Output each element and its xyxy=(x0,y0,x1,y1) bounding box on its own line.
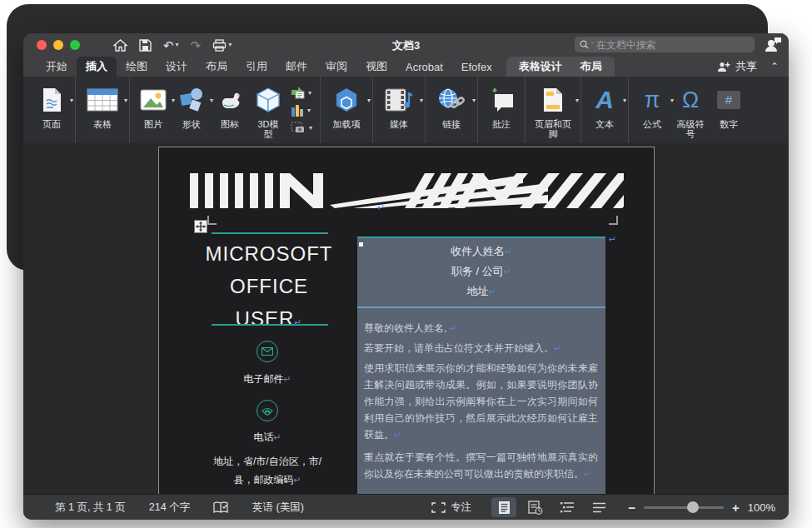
pictures-button[interactable]: ▾ 图片 xyxy=(137,82,169,129)
header-footer-button[interactable]: ▾ 页眉和页脚 xyxy=(533,82,573,139)
redo-icon[interactable]: ↷ xyxy=(191,39,202,52)
close-window-button[interactable] xyxy=(37,40,47,50)
table-caret-icon[interactable]: ▾ xyxy=(124,97,127,104)
share-button[interactable]: 共享 xyxy=(717,59,757,74)
text-caret-icon[interactable]: ▾ xyxy=(623,97,626,104)
header-footer-label: 页眉和页脚 xyxy=(533,119,573,139)
save-icon[interactable] xyxy=(139,39,152,52)
tab-layout[interactable]: 布局 xyxy=(197,57,237,77)
search-box[interactable]: ˇ xyxy=(575,37,755,52)
web-layout-view-button[interactable] xyxy=(523,497,548,517)
number-button[interactable]: # 数字 xyxy=(713,82,745,129)
3d-models-label: 3D模型 xyxy=(253,119,283,139)
address-block[interactable]: 地址，省/市/自治区，市/ 县，邮政编码↵ xyxy=(205,452,330,489)
shapes-button[interactable]: ▾ 形状 xyxy=(176,82,207,129)
phone-label[interactable]: 电话↵ xyxy=(217,431,317,445)
chart-caret-icon[interactable]: ▾ xyxy=(307,107,311,114)
minimize-window-button[interactable] xyxy=(53,40,63,50)
tab-home[interactable]: 开始 xyxy=(37,57,77,77)
screenshot-button[interactable]: ▾ xyxy=(291,121,312,134)
comment-label: 批注 xyxy=(492,119,511,129)
language-indicator[interactable]: 英语 (美国) xyxy=(252,501,304,515)
number-label: 数字 xyxy=(720,119,738,129)
cell-selection-marker xyxy=(359,242,363,247)
pictures-caret-icon[interactable]: ▾ xyxy=(172,97,175,104)
addins-icon xyxy=(333,82,360,118)
letter-body[interactable]: 尊敬的收件人姓名, ↵ 若要开始，请单击占位符文本并开始键入。↵ 使用求职信来展… xyxy=(357,308,605,494)
tab-review[interactable]: 审阅 xyxy=(316,57,356,77)
tab-table-layout[interactable]: 布局 xyxy=(571,57,611,77)
tab-efofex[interactable]: Efofex xyxy=(452,57,501,77)
tab-view[interactable]: 视图 xyxy=(356,57,396,77)
screenshot-icon xyxy=(291,122,306,133)
equation-caret-icon[interactable]: ▾ xyxy=(670,97,674,104)
cell-top-rule xyxy=(357,237,605,238)
tab-acrobat[interactable]: Acrobat xyxy=(396,57,452,77)
equation-label: 公式 xyxy=(643,119,661,129)
tab-references[interactable]: 引用 xyxy=(237,57,276,77)
zoom-slider-thumb[interactable] xyxy=(687,501,699,513)
undo-caret-icon[interactable]: ▾ xyxy=(176,42,179,48)
chart-button[interactable]: ▾ xyxy=(291,103,312,117)
tab-draw[interactable]: 绘图 xyxy=(117,57,157,77)
comment-button[interactable]: 批注 xyxy=(486,82,517,129)
addins-button[interactable]: ▾ 加载项 xyxy=(328,82,365,129)
smartart-caret-icon[interactable]: ▾ xyxy=(308,89,311,97)
zoom-window-button[interactable] xyxy=(70,40,80,50)
tab-insert[interactable]: 插入 xyxy=(77,57,117,77)
media-caret-icon[interactable]: ▾ xyxy=(420,97,423,104)
header-footer-caret-icon[interactable]: ▾ xyxy=(575,97,579,104)
focus-mode-button[interactable]: 专注 xyxy=(431,501,471,515)
proofing-icon[interactable] xyxy=(213,501,229,514)
equation-button[interactable]: π ▾ 公式 xyxy=(636,82,668,129)
text-a-icon: A xyxy=(595,82,614,118)
table-move-handle[interactable] xyxy=(194,220,207,233)
account-avatar-icon[interactable] xyxy=(764,36,782,57)
advanced-symbol-label: 高级符号 xyxy=(675,119,705,139)
email-label[interactable]: 电子邮件↵ xyxy=(217,372,317,386)
home-icon[interactable] xyxy=(113,39,127,52)
tab-table-design[interactable]: 表格设计 xyxy=(510,57,571,77)
links-caret-icon[interactable]: ▾ xyxy=(472,97,476,104)
print-caret-icon[interactable]: ▾ xyxy=(228,42,232,48)
pages-button[interactable]: ▾ 页面 xyxy=(36,82,67,129)
print-icon[interactable]: ▾ xyxy=(212,39,232,52)
tab-mailings[interactable]: 邮件 xyxy=(276,57,316,77)
pi-icon: π xyxy=(645,82,660,118)
links-button[interactable]: ▾ 链接 xyxy=(433,82,470,129)
draft-view-button[interactable] xyxy=(586,497,611,517)
document-canvas: ↵ MICROSOFT OFFICE USER↵ 电子邮件↵ xyxy=(23,143,789,494)
advanced-symbol-button[interactable]: Ω 高级符号 xyxy=(675,82,706,139)
icons-label: 图标 xyxy=(221,119,239,129)
page-indicator[interactable]: 第 1 页, 共 1 页 xyxy=(55,501,126,515)
media-label: 媒体 xyxy=(390,119,408,129)
screenshot-caret-icon[interactable]: ▾ xyxy=(309,124,312,132)
media-button[interactable]: ▾ 媒体 xyxy=(381,82,417,129)
collapse-ribbon-icon[interactable]: ⌃ xyxy=(770,61,779,72)
header-stripe-graphic[interactable] xyxy=(190,173,624,212)
search-scope-caret-icon[interactable]: ˇ xyxy=(591,41,594,48)
zoom-in-button[interactable]: + xyxy=(732,501,740,515)
status-bar: 第 1 页, 共 1 页 214 个字 英语 (美国) 专注 xyxy=(23,494,789,520)
header-footer-icon xyxy=(542,82,564,118)
zoom-slider[interactable] xyxy=(644,506,724,509)
word-count[interactable]: 214 个字 xyxy=(149,501,190,515)
undo-icon[interactable]: ↶▾ xyxy=(163,39,179,52)
shapes-caret-icon[interactable]: ▾ xyxy=(210,97,213,104)
outline-view-button[interactable] xyxy=(555,497,580,517)
pages-caret-icon[interactable]: ▾ xyxy=(70,97,73,104)
print-layout-view-button[interactable] xyxy=(491,497,516,517)
letter-cell-selected[interactable]: 收件人姓名↵ 职务 / 公司↵ 地址↵ 尊敬的收件人姓名, ↵ 若要开始，请单击… xyxy=(357,237,605,494)
addins-caret-icon[interactable]: ▾ xyxy=(367,97,371,104)
3d-models-button[interactable]: 3D模型 xyxy=(252,82,284,139)
tab-design[interactable]: 设计 xyxy=(157,57,197,77)
table-button[interactable]: ▾ 表格 xyxy=(83,82,122,129)
smartart-button[interactable]: ▾ xyxy=(291,86,312,99)
zoom-level[interactable]: 100% xyxy=(748,501,775,514)
search-input[interactable] xyxy=(596,39,750,51)
text-button[interactable]: A ▾ 文本 xyxy=(589,82,620,129)
icons-button[interactable]: 图标 xyxy=(214,82,246,129)
recipient-block[interactable]: 收件人姓名↵ 职务 / 公司↵ 地址↵ xyxy=(357,237,605,301)
document-page[interactable]: ↵ MICROSOFT OFFICE USER↵ 电子邮件↵ xyxy=(158,147,655,494)
zoom-out-button[interactable]: − xyxy=(628,501,635,515)
